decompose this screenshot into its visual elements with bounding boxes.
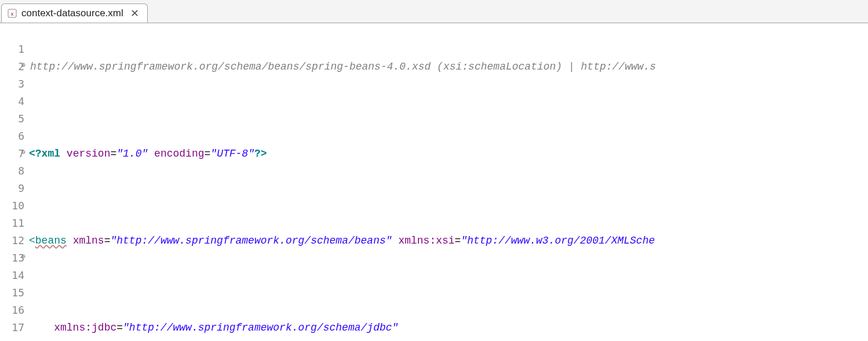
line-number: 15 [0,284,24,302]
line-number: 17 [0,319,24,336]
gutter-spacer [0,23,24,41]
editor-area[interactable]: 1 2⊖ 3 4 5 6 7⊖ 8 9 10 11 12 13⊖ 14 15 1… [0,23,868,341]
close-icon[interactable]: ✕ [128,7,141,20]
line-number: 7⊖ [0,145,24,162]
line-number: 6 [0,128,24,145]
code-line: xmlns:jdbc="http://www.springframework.o… [29,319,868,336]
code-area[interactable]: http://www.springframework.org/schema/be… [28,23,868,341]
line-number: 9 [0,180,24,197]
fold-toggle-icon[interactable]: ⊖ [17,148,25,157]
line-number: 16 [0,302,24,319]
line-number: 14 [0,267,24,284]
file-tab-label: context-datasource.xml [21,8,123,19]
xml-file-icon: x [8,9,17,18]
code-line: <?xml version="1.0" encoding="UTF-8"?> [29,145,868,162]
line-number: 12 [0,232,24,249]
tab-bar: x context-datasource.xml ✕ [0,0,868,23]
line-number: 4 [0,93,24,110]
line-number: 11 [0,215,24,232]
line-number: 8 [0,162,24,180]
line-number: 5 [0,110,24,128]
line-number: 13⊖ [0,249,24,267]
breadcrumb[interactable]: http://www.springframework.org/schema/be… [29,58,868,75]
file-tab[interactable]: x context-datasource.xml ✕ [1,3,148,23]
line-number: 1 [0,41,24,58]
fold-toggle-icon[interactable]: ⊖ [17,253,25,261]
line-number: 2⊖ [0,58,24,75]
line-number: 10 [0,197,24,215]
fold-toggle-icon[interactable]: ⊖ [17,61,25,70]
line-number-gutter: 1 2⊖ 3 4 5 6 7⊖ 8 9 10 11 12 13⊖ 14 15 1… [0,23,28,341]
code-line: <beans xmlns="http://www.springframework… [29,232,868,249]
svg-text:x: x [11,11,14,17]
line-number: 3 [0,75,24,93]
